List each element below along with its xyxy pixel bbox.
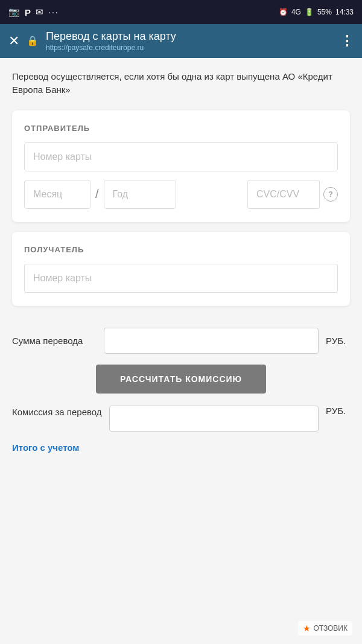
total-row: Итого с учетом xyxy=(12,442,350,453)
sender-month-input[interactable] xyxy=(24,180,91,209)
time-display: 14:33 xyxy=(335,8,354,16)
status-bar-right: ⏰ 4G 🔋 55% 14:33 xyxy=(279,8,354,16)
amount-input[interactable] xyxy=(104,328,319,354)
sender-year-input[interactable] xyxy=(104,180,176,209)
sender-label: ОТПРАВИТЕЛЬ xyxy=(24,124,338,133)
pinterest-icon: P xyxy=(25,7,31,18)
otzovik-text: ОТЗОВИК xyxy=(313,624,348,633)
total-label: Итого с учетом xyxy=(12,442,97,453)
expiry-row: / ? xyxy=(24,180,338,209)
amount-label: Сумма перевода xyxy=(12,336,97,346)
slash-separator: / xyxy=(95,187,99,201)
instagram-icon: 📷 xyxy=(8,7,20,18)
otzovik-star-icon: ★ xyxy=(303,623,311,633)
commission-input[interactable] xyxy=(109,406,319,432)
calculate-button[interactable]: РАССЧИТАТЬ КОМИССИЮ xyxy=(96,365,266,394)
sender-card-number-input[interactable] xyxy=(24,142,338,171)
page-content: Перевод осуществляется, если хотя бы одн… xyxy=(0,58,362,644)
signal-text: 4G xyxy=(291,8,301,16)
more-icon: ··· xyxy=(48,7,59,17)
mail-icon: ✉ xyxy=(36,7,43,18)
amount-row: Сумма перевода РУБ. xyxy=(12,328,350,354)
receiver-card-number-input[interactable] xyxy=(24,264,338,293)
commission-currency: РУБ. xyxy=(326,406,350,416)
battery-text: 55% xyxy=(317,8,332,16)
browser-toolbar: ✕ 🔒 Перевод с карты на карту https://pay… xyxy=(0,24,362,58)
receiver-card: ПОЛУЧАТЕЛЬ xyxy=(12,232,350,306)
page-description: Перевод осуществляется, если хотя бы одн… xyxy=(12,70,350,97)
cvc-input[interactable] xyxy=(247,180,320,209)
status-bar-left: 📷 P ✉ ··· xyxy=(8,7,59,18)
battery-icon: 🔋 xyxy=(305,8,314,16)
lock-icon: 🔒 xyxy=(27,35,39,46)
browser-title-block: Перевод с карты на карту https://paysafe… xyxy=(46,30,333,52)
commission-row: Комиссия за перевод РУБ. xyxy=(12,406,350,432)
close-button[interactable]: ✕ xyxy=(8,34,19,48)
cvc-wrapper: ? xyxy=(247,180,338,209)
cvc-help-button[interactable]: ? xyxy=(323,187,338,202)
page-title: Перевод с карты на карту xyxy=(46,30,333,43)
amount-currency: РУБ. xyxy=(326,336,350,346)
browser-url: https://paysafe.crediteurope.ru xyxy=(46,43,333,52)
amount-section: Сумма перевода РУБ. РАССЧИТАТЬ КОМИССИЮ … xyxy=(12,316,350,459)
alarm-icon: ⏰ xyxy=(279,8,288,16)
status-bar: 📷 P ✉ ··· ⏰ 4G 🔋 55% 14:33 xyxy=(0,0,362,24)
sender-card: ОТПРАВИТЕЛЬ / ? xyxy=(12,110,350,222)
receiver-label: ПОЛУЧАТЕЛЬ xyxy=(24,245,338,254)
commission-label: Комиссия за перевод xyxy=(12,406,102,418)
otzovik-badge: ★ ОТЗОВИК xyxy=(298,621,352,636)
more-options-button[interactable]: ⋮ xyxy=(340,34,354,48)
